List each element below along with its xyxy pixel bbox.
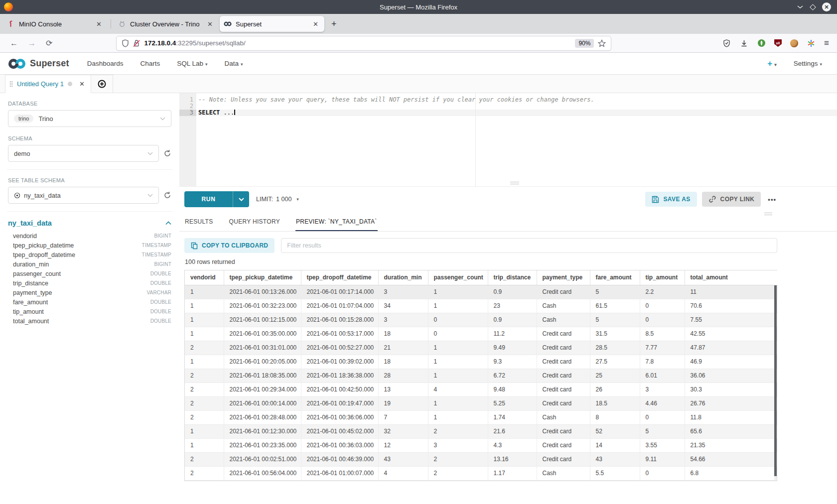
close-tab-icon[interactable]: ✕	[205, 20, 215, 28]
superset-brand[interactable]: Superset	[8, 58, 69, 69]
run-options-caret[interactable]	[233, 191, 249, 207]
column-item[interactable]: trip_distanceDOUBLE	[8, 278, 171, 288]
table-name-heading[interactable]: ny_taxi_data	[8, 219, 52, 227]
column-header[interactable]: tpep_dropoff_datetime	[301, 270, 378, 285]
copy-link-button[interactable]: COPY LINK	[702, 192, 761, 207]
column-type: TIMESTAMP	[142, 252, 171, 257]
column-header[interactable]: total_amount	[685, 270, 778, 285]
zoom-level-badge[interactable]: 90%	[575, 39, 594, 48]
insecure-lock-icon[interactable]	[133, 39, 140, 47]
column-header[interactable]: fare_amount	[590, 270, 640, 285]
download-icon[interactable]	[739, 39, 748, 48]
add-query-tab-button[interactable]	[91, 75, 113, 93]
table-row[interactable]: 22021-06-01 00:29:34.0002021-06-01 00:42…	[185, 382, 778, 396]
browser-tab-superset[interactable]: Superset ✕	[220, 16, 324, 32]
filter-results-input[interactable]	[281, 238, 777, 253]
save-as-button[interactable]: SAVE AS	[645, 192, 697, 207]
table-row[interactable]: 12021-06-01 00:35:00.0002021-06-01 00:53…	[185, 327, 778, 341]
nav-data[interactable]: Data▾	[225, 60, 243, 67]
table-row[interactable]: 22021-06-01 00:56:04.0002021-06-01 01:00…	[185, 466, 778, 480]
column-item[interactable]: total_amountDOUBLE	[8, 316, 171, 326]
url-bar[interactable]: 172.18.0.4:32295/superset/sqllab/ 90%	[116, 36, 611, 51]
table-row[interactable]: 12021-06-01 00:13:26.0002021-06-01 00:17…	[185, 285, 778, 299]
refresh-schemas-icon[interactable]	[163, 149, 171, 157]
new-tab-icon[interactable]: +	[325, 19, 343, 29]
column-item[interactable]: tpep_dropoff_datetimeTIMESTAMP	[8, 250, 171, 259]
more-options-icon[interactable]: •••	[768, 196, 776, 203]
column-header[interactable]: passenger_count	[428, 270, 488, 285]
table-cell: 0	[640, 410, 685, 424]
table-cell: 2	[428, 466, 488, 480]
table-row[interactable]: 22021-06-01 00:02:51.0002021-06-01 00:46…	[185, 452, 778, 466]
table-row[interactable]: 12021-06-01 00:32:23.0002021-06-01 01:07…	[185, 299, 778, 313]
column-header[interactable]: tip_amount	[640, 270, 685, 285]
green-extension-icon[interactable]	[757, 39, 766, 48]
column-item[interactable]: fare_amountDOUBLE	[8, 297, 171, 307]
column-header[interactable]: payment_type	[537, 270, 590, 285]
schema-select[interactable]: demo	[8, 145, 159, 162]
table-row[interactable]: 22021-06-01 18:08:35.0002021-06-01 18:36…	[185, 369, 778, 382]
url-text[interactable]: 172.18.0.4:32295/superset/sqllab/	[144, 39, 575, 47]
close-tab-icon[interactable]: ✕	[94, 20, 104, 28]
forward-icon[interactable]: →	[23, 39, 41, 48]
table-row[interactable]: 12021-06-01 00:23:35.0002021-06-01 00:36…	[185, 438, 778, 452]
table-row[interactable]: 22021-06-01 00:31:01.0002021-06-01 00:52…	[185, 341, 778, 355]
nav-dashboards[interactable]: Dashboards	[87, 60, 124, 67]
copy-to-clipboard-button[interactable]: COPY TO CLIPBOARD	[184, 238, 275, 253]
database-select[interactable]: trino Trino	[8, 110, 171, 127]
column-item[interactable]: tip_amountDOUBLE	[8, 307, 171, 316]
column-item[interactable]: payment_typeVARCHAR	[8, 288, 171, 297]
drag-handle-icon[interactable]	[9, 81, 13, 87]
run-button[interactable]: RUN	[184, 191, 249, 207]
nav-sql-lab[interactable]: SQL Lab▾	[177, 60, 207, 67]
settings-label: Settings	[794, 60, 818, 67]
collapse-table-icon[interactable]	[165, 221, 171, 225]
column-header[interactable]: duration_min	[378, 270, 428, 285]
column-item[interactable]: vendoridBIGINT	[8, 231, 171, 241]
results-resize-handle[interactable]	[764, 213, 772, 216]
table-row[interactable]: 12021-06-01 00:20:05.0002021-06-01 00:39…	[185, 355, 778, 369]
column-item[interactable]: duration_minBIGINT	[8, 259, 171, 269]
ublock-origin-icon[interactable]: u0	[774, 39, 782, 47]
refresh-tables-icon[interactable]	[163, 191, 171, 199]
query-tab-untitled[interactable]: Untitled Query 1 ✕	[5, 75, 91, 93]
column-header[interactable]: tpep_pickup_datetime	[224, 270, 301, 285]
column-item[interactable]: tpep_pickup_datetimeTIMESTAMP	[8, 241, 171, 250]
close-tab-icon[interactable]: ✕	[311, 20, 320, 28]
pocket-shield-icon[interactable]	[722, 39, 731, 48]
tab-query-history[interactable]: QUERY HISTORY	[229, 218, 280, 231]
table-schema-select[interactable]: ny_taxi_data	[8, 187, 159, 204]
minimize-icon[interactable]	[797, 3, 804, 10]
editor-resize-handle[interactable]	[510, 182, 519, 185]
editor-code[interactable]: -- Note: Unless you save your query, the…	[196, 93, 837, 186]
tab-results[interactable]: RESULTS	[184, 218, 214, 231]
browser-tab-minio[interactable]: MinIO Console ✕	[3, 16, 108, 32]
maximize-icon[interactable]	[810, 4, 816, 10]
table-scrollbar[interactable]	[774, 285, 777, 480]
close-window-icon[interactable]: ✕	[822, 2, 831, 11]
bookmark-star-icon[interactable]	[598, 39, 606, 47]
reload-icon[interactable]: ⟳	[41, 38, 57, 48]
table-cell: 2	[185, 410, 224, 424]
column-item[interactable]: passenger_countDOUBLE	[8, 269, 171, 278]
column-header[interactable]: vendorid	[185, 270, 224, 285]
table-row[interactable]: 12021-06-01 00:12:30.0002021-06-01 00:45…	[185, 424, 778, 438]
sql-editor[interactable]: 1 2 3 -- Note: Unless you save your quer…	[179, 93, 837, 187]
tracking-shield-icon[interactable]	[122, 39, 129, 47]
back-icon[interactable]: ←	[5, 39, 23, 48]
limit-dropdown[interactable]: LIMIT: 1 000 ▾	[256, 196, 299, 203]
scrollbar-thumb[interactable]	[774, 285, 777, 476]
table-row[interactable]: 12021-06-01 00:12:15.0002021-06-01 00:15…	[185, 313, 778, 327]
cookie-extension-icon[interactable]	[790, 39, 798, 47]
table-row[interactable]: 22021-06-01 00:00:14.0002021-06-01 00:19…	[185, 396, 778, 410]
column-header[interactable]: trip_distance	[488, 270, 537, 285]
menu-icon[interactable]: ≡	[824, 38, 829, 48]
table-row[interactable]: 22021-06-01 00:28:48.0002021-06-01 00:36…	[185, 410, 778, 424]
settings-menu[interactable]: Settings▾	[794, 60, 822, 67]
multicolor-extension-icon[interactable]	[807, 39, 816, 48]
tab-preview[interactable]: PREVIEW: `NY_TAXI_DATA`	[295, 218, 378, 231]
browser-tab-trino[interactable]: Cluster Overview - Trino ✕	[114, 16, 219, 32]
nav-charts[interactable]: Charts	[140, 60, 160, 67]
add-new-icon[interactable]: +▾	[767, 59, 776, 69]
close-query-tab-icon[interactable]: ✕	[79, 80, 85, 88]
